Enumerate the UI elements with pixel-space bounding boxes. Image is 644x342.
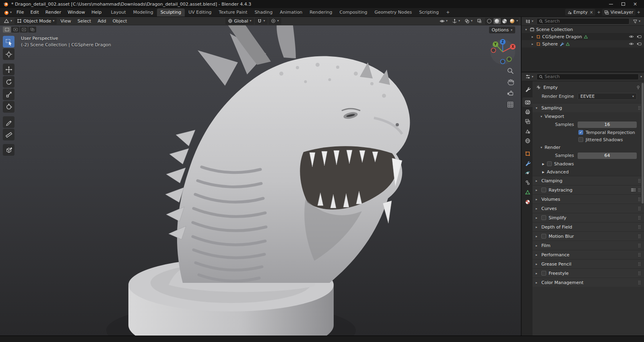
outliner-search[interactable]	[537, 18, 630, 25]
expand-icon[interactable]: ▸	[530, 42, 535, 46]
properties-search-input[interactable]	[545, 74, 636, 79]
tool-transform[interactable]	[3, 101, 14, 113]
menu-edit[interactable]: Edit	[27, 8, 42, 16]
panel-raytracing[interactable]: ▸ Raytracing	[533, 185, 644, 194]
menu-select[interactable]: Select	[74, 19, 94, 24]
menu-render[interactable]: Render	[42, 8, 64, 16]
unpin-scene-icon[interactable]: ×	[589, 10, 593, 14]
navigation-gizmo[interactable]: Z Y X	[489, 38, 516, 65]
expand-icon[interactable]: ▸	[530, 35, 535, 39]
tool-move[interactable]	[3, 64, 14, 75]
panel-freestyle[interactable]: ▸ Freestyle	[533, 268, 644, 278]
panel-drag-handle[interactable]	[638, 106, 641, 110]
properties-scrollbar[interactable]	[642, 83, 644, 334]
workspace-tab-layout[interactable]: Layout	[107, 8, 129, 16]
panel-drag-handle[interactable]	[638, 280, 641, 284]
tool-rotate[interactable]	[3, 76, 14, 88]
scene-selector[interactable]: Empty ×	[565, 9, 596, 16]
panel-drag-handle[interactable]	[638, 271, 641, 275]
select-mode-extend-button[interactable]	[11, 27, 19, 33]
panel-simplify[interactable]: ▸ Simplify	[533, 213, 644, 222]
panel-motion-blur[interactable]: ▸ Motion Blur	[533, 231, 644, 241]
scrollbar-thumb[interactable]	[642, 83, 644, 204]
panel-film[interactable]: ▸ Film	[533, 241, 644, 250]
workspace-tab-geometry-nodes[interactable]: Geometry Nodes	[371, 8, 415, 16]
tab-material[interactable]	[522, 197, 533, 207]
tab-view-layer[interactable]	[522, 117, 533, 126]
toggle-perspective-grid-icon[interactable]	[506, 100, 515, 109]
menu-add[interactable]: Add	[95, 19, 109, 24]
tab-tool[interactable]	[522, 84, 533, 94]
panel-drag-handle[interactable]	[638, 253, 641, 257]
pan-hand-icon[interactable]	[506, 78, 515, 87]
workspace-tab-sculpting[interactable]: Sculpting	[157, 8, 185, 16]
panel-drag-handle[interactable]	[638, 262, 641, 266]
raytracing-presets-icon[interactable]	[631, 188, 636, 192]
gizmos-dropdown[interactable]: ▾	[450, 18, 462, 25]
tab-object[interactable]	[522, 149, 533, 159]
workspace-tab-compositing[interactable]: Compositing	[336, 8, 371, 16]
outliner-row-cgsphere-dragon[interactable]: ▸ CGSphere Dragon	[522, 33, 644, 40]
outliner-editor-type-button[interactable]: ▾	[524, 18, 535, 25]
raytracing-checkbox[interactable]	[541, 187, 546, 192]
motion-blur-checkbox[interactable]	[541, 234, 546, 239]
panel-drag-handle[interactable]	[638, 216, 641, 220]
xray-toggle[interactable]	[475, 18, 484, 25]
maximize-button[interactable]	[617, 0, 629, 8]
tab-render[interactable]	[522, 97, 533, 107]
tab-modifiers[interactable]	[522, 159, 533, 168]
workspace-tab-rendering[interactable]: Rendering	[306, 8, 336, 16]
tab-world[interactable]	[522, 136, 533, 146]
close-button[interactable]: ×	[629, 0, 641, 8]
outliner-row-sphere[interactable]: ▸ Sphere	[522, 40, 644, 47]
workspace-tab-uv-editing[interactable]: UV Editing	[185, 8, 215, 16]
minimize-button[interactable]	[605, 0, 617, 8]
select-mode-intersect-button[interactable]	[28, 27, 36, 33]
object-type-visibility-dropdown[interactable]: ▾	[438, 18, 449, 25]
shading-rendered-button[interactable]	[509, 18, 516, 24]
render-engine-dropdown[interactable]: EEVEE ▾	[578, 93, 637, 100]
workspace-tab-texture-paint[interactable]: Texture Paint	[215, 8, 251, 16]
tool-measure[interactable]	[3, 129, 14, 140]
workspace-tab-modeling[interactable]: Modeling	[130, 8, 157, 16]
panel-performance[interactable]: ▸ Performance	[533, 250, 644, 259]
subpanel-viewport[interactable]: ▾ Viewport	[533, 112, 644, 120]
panel-color-management[interactable]: ▸ Color Management	[533, 278, 644, 287]
tab-output[interactable]	[522, 107, 533, 117]
render-samples-field[interactable]: 64	[578, 152, 637, 159]
freestyle-checkbox[interactable]	[541, 271, 546, 276]
tab-scene[interactable]	[522, 126, 533, 136]
shadows-checkbox[interactable]	[547, 161, 552, 166]
new-view-layer-button[interactable]: +	[637, 10, 641, 14]
panel-volumes[interactable]: ▸ Volumes	[533, 194, 644, 204]
view-layer-selector[interactable]: ViewLayer	[602, 9, 636, 16]
overlays-dropdown[interactable]: ▾	[463, 18, 474, 25]
expand-icon[interactable]: ▾	[524, 28, 528, 31]
subpanel-shadows[interactable]: ▸ Shadows	[533, 160, 644, 168]
disable-in-render-icon[interactable]	[637, 35, 642, 39]
shading-solid-button[interactable]	[493, 18, 501, 24]
hide-in-viewport-icon[interactable]	[629, 35, 634, 39]
properties-editor-type-button[interactable]: ▾	[524, 73, 535, 80]
viewport-canvas[interactable]: User Perspective (-2) Scene Collection |…	[0, 25, 521, 336]
shading-material-button[interactable]	[501, 18, 508, 24]
disable-in-render-icon[interactable]	[637, 42, 642, 46]
panel-curves[interactable]: ▸ Curves	[533, 204, 644, 213]
panel-depth-of-field[interactable]: ▸ Depth of Field	[533, 222, 644, 231]
workspace-tab-animation[interactable]: Animation	[276, 8, 306, 16]
editor-type-button[interactable]: ▾	[2, 18, 14, 25]
tab-physics[interactable]	[522, 168, 533, 178]
temporal-reprojection-row[interactable]: ✓ Temporal Reprojection	[533, 129, 644, 136]
panel-drag-handle[interactable]	[638, 188, 641, 192]
jittered-shadows-checkbox[interactable]	[578, 137, 583, 142]
workspace-tab-shading[interactable]: Shading	[251, 8, 277, 16]
shading-wireframe-button[interactable]	[486, 18, 493, 24]
chevron-down-icon[interactable]: ▾	[640, 75, 642, 78]
new-scene-button[interactable]: +	[597, 10, 601, 14]
tool-select-box[interactable]	[3, 36, 14, 47]
jittered-shadows-row[interactable]: Jittered Shadows	[533, 136, 644, 143]
simplify-checkbox[interactable]	[541, 215, 546, 220]
select-mode-subtract-button[interactable]	[20, 27, 28, 33]
menu-help[interactable]: Help	[88, 8, 105, 16]
panel-drag-handle[interactable]	[638, 197, 641, 201]
